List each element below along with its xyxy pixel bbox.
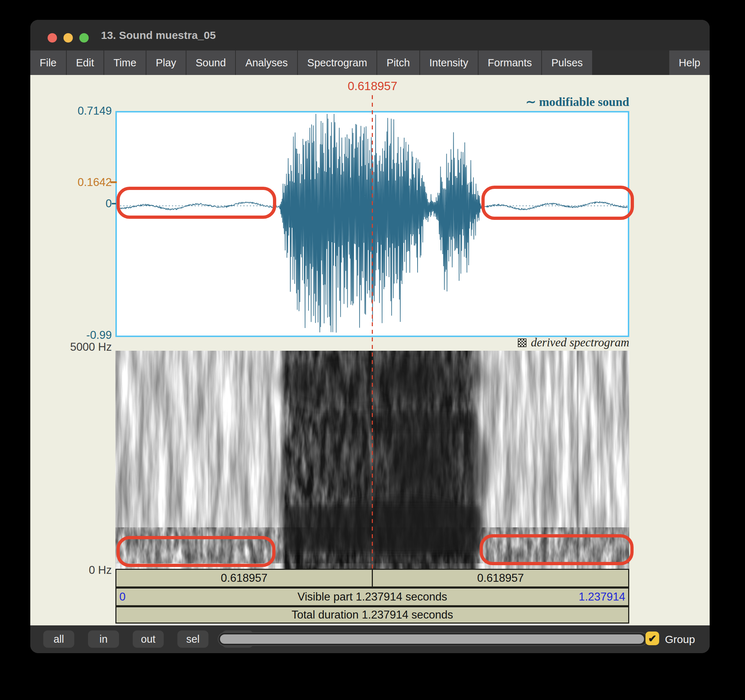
annotation-rect-wave-right (482, 186, 634, 220)
time-scrollbar[interactable] (218, 632, 648, 646)
menu-sound[interactable]: Sound (186, 51, 235, 75)
cursor-line[interactable] (372, 95, 373, 570)
wave-ymin-label: -0.99 (58, 329, 112, 342)
total-duration-label: Total duration 1.237914 seconds (291, 609, 453, 621)
annotation-rect-wave-left (117, 187, 276, 219)
menu-play[interactable]: Play (147, 51, 186, 75)
menu-spacer (593, 51, 669, 75)
title-bar: 13. Sound muestra_05 (30, 20, 710, 51)
total-duration-button[interactable]: Total duration 1.237914 seconds (115, 606, 629, 624)
close-window-icon[interactable] (48, 33, 57, 43)
group-checkbox[interactable]: ✔ (645, 631, 659, 645)
visible-part-button[interactable]: 0 Visible part 1.237914 seconds 1.237914 (115, 588, 629, 606)
visible-end-value: 1.237914 (579, 590, 625, 603)
menu-bar: File Edit Time Play Sound Analyses Spect… (30, 51, 710, 75)
menu-pulses[interactable]: Pulses (542, 51, 592, 75)
editor-content: 0.618957 0.7149 0.1642 0 -0.99 ∼ modifia… (30, 75, 710, 625)
check-icon: ✔ (648, 633, 656, 645)
menu-formants[interactable]: Formants (479, 51, 541, 75)
cursor-time-label[interactable]: 0.618957 (322, 79, 423, 93)
group-checkbox-label: Group (665, 625, 695, 653)
zoom-window-icon[interactable] (79, 33, 89, 43)
menu-spectrogram[interactable]: Spectrogram (298, 51, 377, 75)
window-title: 13. Sound muestra_05 (101, 20, 215, 51)
time-scrollbar-thumb[interactable] (220, 634, 644, 644)
menu-file[interactable]: File (30, 51, 66, 75)
annotation-rect-spec-right (480, 534, 634, 565)
spec-freqmin-label: 0 Hz (33, 564, 112, 577)
visible-start-value: 0 (120, 590, 126, 603)
show-all-button[interactable]: all (43, 630, 74, 648)
praat-sound-editor-window: 13. Sound muestra_05 File Edit Time Play… (30, 20, 710, 653)
interval-right-button[interactable]: 0.618957 (373, 570, 628, 587)
menu-time[interactable]: Time (104, 51, 146, 75)
wave-ymax-label: 0.7149 (58, 104, 112, 118)
wave-yzero-label: 0 (58, 197, 112, 210)
annotation-rect-spec-left (117, 536, 275, 567)
bottom-toolbar: all in out sel bak ✔ Group (30, 625, 710, 653)
spec-freqmax-label: 5000 Hz (33, 340, 112, 354)
derived-spectrogram-legend: derived spectrogram (518, 336, 629, 349)
zoom-out-button[interactable]: out (133, 630, 164, 648)
menu-analyses[interactable]: Analyses (236, 51, 297, 75)
modifiable-sound-legend: ∼ modifiable sound (526, 94, 629, 109)
minimize-window-icon[interactable] (63, 33, 73, 43)
zoom-in-button[interactable]: in (88, 630, 119, 648)
wave-ymark-label: 0.1642 (58, 176, 112, 189)
ymark-tick (110, 181, 117, 183)
menu-help[interactable]: Help (669, 51, 710, 75)
zoom-selection-button[interactable]: sel (177, 630, 208, 648)
yzero-tick (112, 203, 116, 204)
menu-intensity[interactable]: Intensity (420, 51, 478, 75)
interval-bar: 0.618957 0.618957 (115, 569, 629, 588)
visible-part-label: Visible part 1.237914 seconds (298, 590, 447, 603)
checker-icon (518, 339, 527, 347)
menu-edit[interactable]: Edit (67, 51, 103, 75)
interval-left-button[interactable]: 0.618957 (117, 570, 372, 587)
menu-pitch[interactable]: Pitch (377, 51, 419, 75)
sound-wave-icon: ∼ (526, 95, 536, 109)
